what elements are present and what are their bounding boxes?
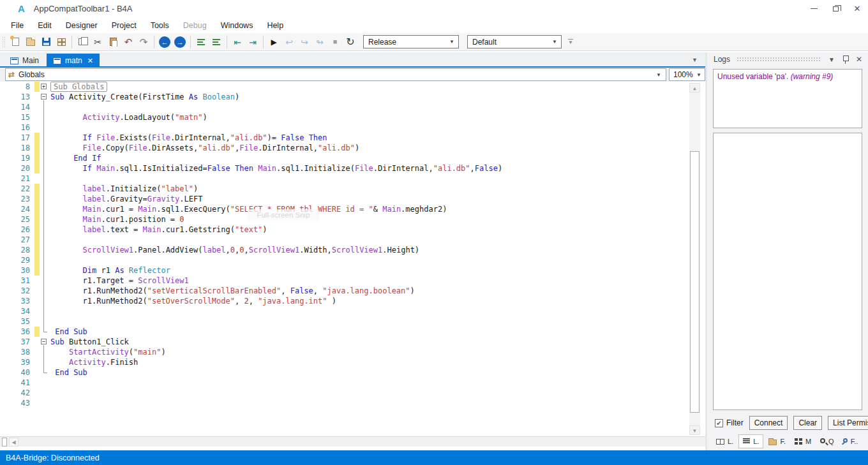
panel-tab-folder[interactable]: F. bbox=[765, 435, 789, 448]
code-line-20[interactable]: 20 If Main.sql1.IsInitialized=False Then… bbox=[0, 163, 705, 173]
code-line-24[interactable]: 24 Main.cur1 = Main.sql1.ExecQuery("SELE… bbox=[0, 204, 705, 214]
code-editor[interactable]: 8+Sub Globals13−Sub Activity_Create(Firs… bbox=[0, 82, 705, 436]
clear-button[interactable]: Clear bbox=[793, 416, 822, 430]
fold-expand-icon[interactable]: + bbox=[40, 82, 50, 92]
copy-icon[interactable] bbox=[75, 34, 90, 50]
panel-tab-book[interactable]: L. bbox=[712, 435, 737, 448]
code-line-13[interactable]: 13−Sub Activity_Create(FirstTime As Bool… bbox=[0, 92, 705, 102]
horizontal-scrollbar[interactable]: ◀ bbox=[0, 436, 705, 447]
toolbar-overflow-button[interactable]: ▼ bbox=[568, 39, 573, 45]
code-line-35[interactable]: 35 bbox=[0, 316, 705, 327]
step-into-icon[interactable]: ↩ bbox=[281, 34, 297, 50]
redo-icon[interactable]: ↷ bbox=[136, 34, 151, 50]
comment-icon[interactable]: ⇤ bbox=[230, 34, 245, 50]
code-line-43[interactable]: 43 bbox=[0, 398, 705, 408]
code-line-17[interactable]: 17 If File.Exists(File.DirInternal,"ali.… bbox=[0, 133, 705, 143]
code-line-8[interactable]: 8+Sub Globals bbox=[0, 82, 705, 92]
scope-select[interactable]: ⇄ Globals ▼ bbox=[5, 68, 666, 81]
fold-collapse-icon[interactable]: − bbox=[40, 92, 50, 102]
panel-tab-modules[interactable]: M bbox=[791, 435, 815, 448]
package-icon[interactable] bbox=[54, 34, 69, 50]
code-line-18[interactable]: 18 File.Copy(File.DirAssets,"ali.db",Fil… bbox=[0, 143, 705, 153]
paste-icon[interactable] bbox=[105, 34, 121, 50]
stop-icon[interactable]: ■ bbox=[327, 34, 343, 50]
warning-item[interactable]: Unused variable 'pa'. (warning #9) bbox=[717, 72, 833, 81]
menu-windows[interactable]: Windows bbox=[214, 19, 260, 32]
panel-menu-chevron-icon[interactable]: ▼ bbox=[827, 56, 837, 63]
horizontal-scrollbar-thumb[interactable] bbox=[2, 438, 7, 447]
uncomment-icon[interactable]: ⇥ bbox=[245, 34, 260, 50]
close-button[interactable]: ✕ bbox=[846, 0, 868, 17]
tab-list-chevron-icon[interactable]: ▼ bbox=[692, 57, 698, 63]
cut-icon[interactable]: ✂ bbox=[90, 34, 105, 50]
new-file-icon[interactable] bbox=[8, 34, 23, 50]
log-output-area[interactable] bbox=[713, 133, 862, 410]
panel-tab-find[interactable]: F.. bbox=[839, 435, 862, 448]
connect-button[interactable]: Connect bbox=[749, 416, 788, 430]
tab-close-icon[interactable]: ✕ bbox=[87, 57, 93, 65]
nav-back-icon[interactable]: ← bbox=[157, 34, 172, 50]
code-line-22[interactable]: 22 label.Initialize("label") bbox=[0, 184, 705, 194]
code-line-38[interactable]: 38 StartActivity("main") bbox=[0, 347, 705, 357]
scroll-up-icon[interactable]: ▲ bbox=[689, 83, 700, 92]
code-line-41[interactable]: 41 bbox=[0, 378, 705, 388]
menu-project[interactable]: Project bbox=[105, 19, 144, 32]
menu-file[interactable]: File bbox=[4, 19, 31, 32]
undo-icon[interactable]: ↶ bbox=[121, 34, 136, 50]
minimize-button[interactable] bbox=[803, 0, 825, 17]
code-line-42[interactable]: 42 bbox=[0, 388, 705, 398]
code-line-16[interactable]: 16 bbox=[0, 122, 705, 133]
save-icon[interactable] bbox=[38, 34, 54, 50]
tab-matn[interactable]: matn✕ bbox=[47, 54, 100, 68]
open-icon[interactable] bbox=[23, 34, 38, 50]
code-line-26[interactable]: 26 label.text = Main.cur1.Getstring("tex… bbox=[0, 225, 705, 235]
code-line-27[interactable]: 27 bbox=[0, 235, 705, 245]
build-configuration-select[interactable]: Release ▼ bbox=[363, 35, 459, 48]
menu-tools[interactable]: Tools bbox=[144, 19, 176, 32]
zoom-select[interactable]: 100% ▼ bbox=[669, 68, 705, 81]
code-line-19[interactable]: 19 End If bbox=[0, 153, 705, 163]
vertical-scrollbar-thumb[interactable] bbox=[690, 151, 700, 413]
menu-edit[interactable]: Edit bbox=[31, 19, 59, 32]
outdent-icon[interactable] bbox=[209, 34, 224, 50]
code-line-25[interactable]: 25 Main.cur1.position = 0 bbox=[0, 214, 705, 225]
pin-icon[interactable] bbox=[842, 55, 848, 64]
filter-checkbox[interactable]: ✔ bbox=[715, 419, 723, 427]
menu-help[interactable]: Help bbox=[260, 19, 290, 32]
code-line-28[interactable]: 28 ScrollView1.Panel.AddView(label,0,0,S… bbox=[0, 245, 705, 255]
scroll-left-icon[interactable]: ◀ bbox=[9, 438, 19, 447]
code-line-34[interactable]: 34 bbox=[0, 306, 705, 316]
logs-panel-header[interactable]: Logs ▼ ✕ bbox=[707, 52, 868, 66]
nav-forward-icon[interactable]: → bbox=[172, 34, 188, 50]
list-permissions-button[interactable]: List Permissi bbox=[828, 416, 868, 430]
code-line-29[interactable]: 29 bbox=[0, 255, 705, 265]
scroll-down-icon[interactable]: ▼ bbox=[689, 425, 700, 435]
panel-tab-search[interactable]: Q bbox=[816, 435, 838, 448]
menu-designer[interactable]: Designer bbox=[59, 19, 105, 32]
code-line-31[interactable]: 31 r1.Target = ScrollView1 bbox=[0, 276, 705, 286]
code-line-37[interactable]: 37−Sub Button1_Click bbox=[0, 337, 705, 347]
code-line-32[interactable]: 32 r1.RunMethod2("setVerticalScrollBarEn… bbox=[0, 286, 705, 296]
code-line-39[interactable]: 39 Activity.Finish bbox=[0, 357, 705, 367]
rebuild-icon[interactable]: ↻ bbox=[343, 34, 358, 50]
step-over-icon[interactable]: ↪ bbox=[297, 34, 312, 50]
code-line-23[interactable]: 23 label.Gravity=Gravity.LEFT bbox=[0, 194, 705, 204]
panel-close-icon[interactable]: ✕ bbox=[854, 55, 864, 64]
run-icon[interactable]: ▶ bbox=[266, 34, 281, 50]
restore-button[interactable] bbox=[825, 0, 846, 17]
panel-tab-log-lines[interactable]: L. bbox=[738, 434, 763, 448]
code-line-36[interactable]: 36 End Sub bbox=[0, 327, 705, 337]
indent-icon[interactable] bbox=[193, 34, 209, 50]
toolbar-grip[interactable] bbox=[2, 36, 5, 48]
code-line-14[interactable]: 14 bbox=[0, 102, 705, 112]
tab-main[interactable]: Main bbox=[4, 54, 45, 68]
code-line-30[interactable]: 30 Dim r1 As Reflector bbox=[0, 265, 705, 276]
warnings-list[interactable]: Unused variable 'pa'. (warning #9) bbox=[713, 69, 862, 128]
code-line-40[interactable]: 40 End Sub bbox=[0, 367, 705, 378]
fold-collapse-icon[interactable]: − bbox=[40, 337, 50, 347]
filter-configuration-select[interactable]: Default ▼ bbox=[467, 35, 562, 48]
vertical-scrollbar[interactable]: ▲ ▼ bbox=[689, 83, 700, 435]
filter-checkbox-group[interactable]: ✔ Filter bbox=[715, 418, 744, 427]
code-line-15[interactable]: 15 Activity.LoadLayout("matn") bbox=[0, 112, 705, 122]
step-out-icon[interactable]: ↬ bbox=[312, 34, 327, 50]
